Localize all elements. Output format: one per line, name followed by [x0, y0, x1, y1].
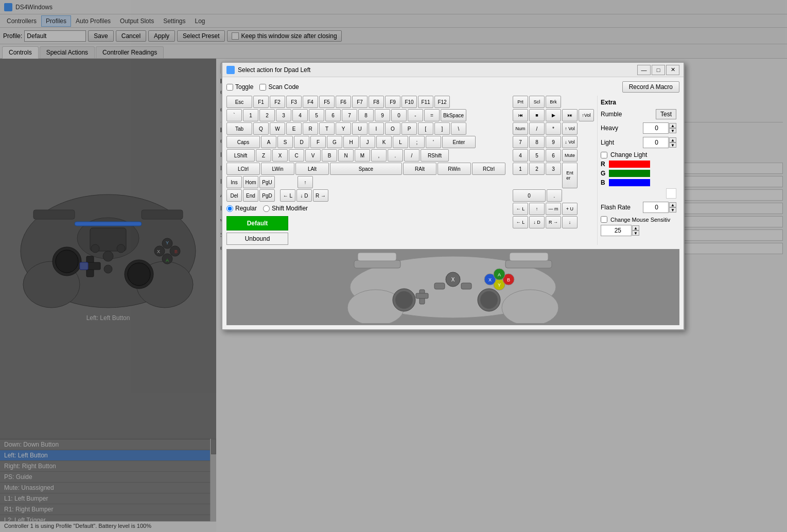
key-lshift[interactable]: LShift [226, 149, 255, 162]
key-w[interactable]: W [270, 122, 285, 135]
key-vol-up[interactable]: ↑ Vol [562, 122, 578, 135]
key-del[interactable]: Del [226, 189, 242, 202]
key-num[interactable]: Num [513, 122, 528, 135]
key-f9[interactable]: F9 [385, 96, 400, 108]
key-mouse-r[interactable]: R → [546, 216, 561, 228]
key-numdot[interactable]: . [547, 189, 562, 202]
key-l[interactable]: L [393, 136, 408, 148]
key-mouse-l[interactable]: ← L [513, 216, 528, 228]
key-lwin[interactable]: LWin [261, 163, 294, 175]
key-8[interactable]: 8 [358, 109, 374, 121]
key-num9[interactable]: 9 [546, 136, 561, 148]
color-preview-box[interactable] [666, 188, 676, 199]
key-o[interactable]: O [385, 122, 400, 135]
key-b[interactable]: B [322, 149, 337, 162]
key-num7[interactable]: 7 [513, 136, 528, 148]
key-7[interactable]: 7 [342, 109, 357, 121]
key-lalt[interactable]: LAlt [295, 163, 329, 175]
key-next[interactable]: ⏭ [562, 109, 578, 121]
key-prt[interactable]: Prt [513, 96, 528, 108]
key-5[interactable]: 5 [309, 109, 324, 121]
key-vol-up-media[interactable]: ↑Vol [579, 109, 594, 121]
key-end[interactable]: End [243, 189, 258, 202]
key-k[interactable]: K [376, 136, 392, 148]
radio-shift-modifier[interactable]: Shift Modifier [263, 205, 308, 212]
key-p[interactable]: P [401, 122, 417, 135]
key-num5[interactable]: 5 [529, 149, 545, 162]
key-h[interactable]: H [343, 136, 359, 148]
key-d[interactable]: D [294, 136, 309, 148]
key-ins[interactable]: Ins [226, 176, 242, 188]
record-macro-button[interactable]: Record A Macro [622, 81, 679, 93]
key-e[interactable]: E [286, 122, 302, 135]
key-stop[interactable]: ■ [529, 109, 545, 121]
key-comma[interactable]: , [371, 149, 387, 162]
heavy-down-button[interactable]: ▼ [669, 128, 676, 133]
key-rshift[interactable]: RShift [421, 149, 449, 162]
key-i[interactable]: I [369, 122, 384, 135]
key-f8[interactable]: F8 [369, 96, 384, 108]
scan-code-checkbox[interactable] [259, 84, 266, 91]
key-enter[interactable]: Enter [442, 136, 476, 148]
mouse-sensitivity-down-button[interactable]: ▼ [632, 230, 639, 236]
radio-regular-input[interactable] [226, 205, 233, 212]
key-pgup[interactable]: PgU [259, 176, 275, 188]
key-f7[interactable]: F7 [352, 96, 368, 108]
key-9[interactable]: 9 [375, 109, 390, 121]
key-caps[interactable]: Caps [226, 136, 260, 148]
key-minus[interactable]: - [408, 109, 423, 121]
heavy-up-button[interactable]: ▲ [669, 123, 676, 128]
key-f11[interactable]: F11 [418, 96, 433, 108]
key-up[interactable]: ↑ [298, 176, 313, 188]
key-a[interactable]: A [261, 136, 276, 148]
key-left[interactable]: ← L [280, 189, 295, 202]
key-rbracket[interactable]: ] [434, 122, 450, 135]
key-f3[interactable]: F3 [286, 96, 302, 108]
key-f5[interactable]: F5 [319, 96, 335, 108]
heavy-input[interactable] [643, 122, 669, 134]
key-q[interactable]: Q [253, 122, 269, 135]
key-brk[interactable]: Brk [546, 96, 561, 108]
key-rwin[interactable]: RWin [438, 163, 471, 175]
key-f6[interactable]: F6 [336, 96, 351, 108]
key-f1[interactable]: F1 [253, 96, 269, 108]
key-numplus[interactable]: + U [562, 203, 578, 215]
scan-code-checkbox-row[interactable]: Scan Code [259, 83, 299, 91]
r-color-bar[interactable] [609, 161, 650, 168]
key-rctrl[interactable]: RCtrl [472, 163, 505, 175]
key-6[interactable]: 6 [325, 109, 341, 121]
key-right[interactable]: R → [313, 189, 328, 202]
b-color-bar[interactable] [609, 179, 650, 186]
default-button[interactable]: Default [226, 216, 288, 230]
radio-shift-input[interactable] [263, 205, 270, 212]
key-v[interactable]: V [305, 149, 321, 162]
key-num2[interactable]: 2 [529, 163, 545, 175]
test-button[interactable]: Test [656, 109, 676, 119]
change-light-checkbox[interactable] [601, 152, 607, 158]
mouse-sensitivity-input[interactable] [601, 225, 632, 236]
key-num-down-arrow[interactable]: ↓ [562, 216, 578, 228]
key-num0[interactable]: 0 [513, 189, 546, 202]
key-j[interactable]: J [360, 136, 375, 148]
modal-close-button[interactable]: ✕ [666, 65, 679, 75]
key-s[interactable]: S [277, 136, 293, 148]
unbound-button[interactable]: Unbound [226, 233, 288, 245]
key-n[interactable]: N [338, 149, 354, 162]
key-3[interactable]: 3 [276, 109, 291, 121]
toggle-checkbox-row[interactable]: Toggle [226, 83, 253, 91]
key-4[interactable]: 4 [292, 109, 308, 121]
key-equals[interactable]: = [424, 109, 440, 121]
key-numminus[interactable]: — m [546, 203, 561, 215]
key-numminus-left[interactable]: ← L [513, 203, 528, 215]
key-backtick[interactable]: ` [226, 109, 242, 121]
key-z[interactable]: Z [256, 149, 271, 162]
key-u[interactable]: U [352, 122, 368, 135]
key-esc[interactable]: Esc [226, 96, 252, 108]
light-down-button[interactable]: ▼ [669, 143, 676, 148]
key-period[interactable]: . [388, 149, 403, 162]
key-tab[interactable]: Tab [226, 122, 252, 135]
key-ralt[interactable]: RAlt [403, 163, 436, 175]
key-num8[interactable]: 8 [529, 136, 545, 148]
key-r[interactable]: R [303, 122, 318, 135]
flash-rate-up-button[interactable]: ▲ [669, 202, 676, 207]
